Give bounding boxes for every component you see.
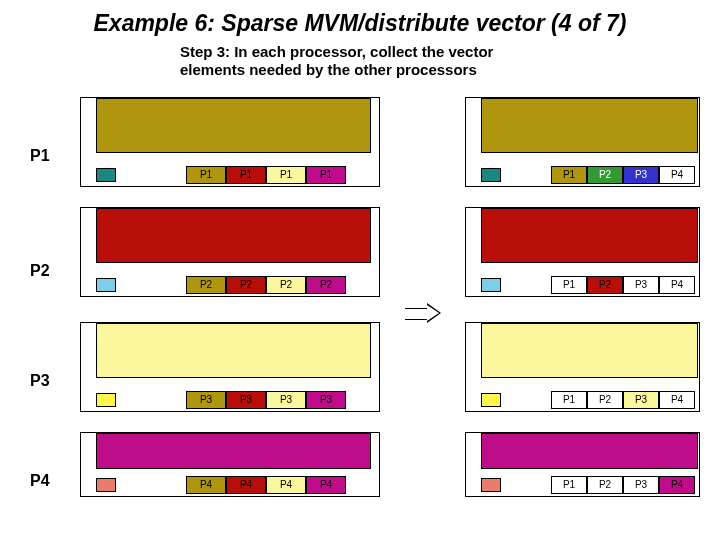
seg-r3-3: P3 xyxy=(623,391,659,409)
bar-p4-left xyxy=(96,433,371,469)
chip-p1 xyxy=(96,168,116,182)
seg-p4-2: P4 xyxy=(226,476,266,494)
chip-p3-r xyxy=(481,393,501,407)
bar-p2-right xyxy=(481,208,698,263)
chip-p1-r xyxy=(481,168,501,182)
seg-p2-3: P2 xyxy=(266,276,306,294)
seg-p4-4: P4 xyxy=(306,476,346,494)
seg-p2-4: P2 xyxy=(306,276,346,294)
bar-p3-right xyxy=(481,323,698,378)
chip-p4-r xyxy=(481,478,501,492)
right-box-p4: P1 P2 P3 P4 xyxy=(465,432,700,497)
seg-p3-1: P3 xyxy=(186,391,226,409)
right-box-p1: P1 P2 P3 P4 xyxy=(465,97,700,187)
seg-r1-2: P2 xyxy=(587,166,623,184)
right-box-p2: P1 P2 P3 P4 xyxy=(465,207,700,297)
chip-p3 xyxy=(96,393,116,407)
seg-r4-1: P1 xyxy=(551,476,587,494)
seg-r3-2: P2 xyxy=(587,391,623,409)
left-box-p1: P1 P1 P1 P1 xyxy=(80,97,380,187)
bar-p1-right xyxy=(481,98,698,153)
seg-p3-2: P3 xyxy=(226,391,266,409)
seg-r2-1: P1 xyxy=(551,276,587,294)
seg-p1-2: P1 xyxy=(226,166,266,184)
seg-r2-2: P2 xyxy=(587,276,623,294)
subtitle-line-2: elements needed by the other processors xyxy=(180,61,477,78)
seg-r3-1: P1 xyxy=(551,391,587,409)
chip-p4 xyxy=(96,478,116,492)
chip-p2-r xyxy=(481,278,501,292)
seg-p2-2: P2 xyxy=(226,276,266,294)
step-subtitle: Step 3: In each processor, collect the v… xyxy=(180,43,720,79)
bar-p4-right xyxy=(481,433,698,469)
seg-p3-4: P3 xyxy=(306,391,346,409)
left-box-p2: P2 P2 P2 P2 xyxy=(80,207,380,297)
seg-r2-3: P3 xyxy=(623,276,659,294)
seg-r4-4: P4 xyxy=(659,476,695,494)
row-label-p3: P3 xyxy=(30,372,50,390)
seg-p1-4: P1 xyxy=(306,166,346,184)
right-box-p3: P1 P2 P3 P4 xyxy=(465,322,700,412)
seg-r4-3: P3 xyxy=(623,476,659,494)
seg-p4-1: P4 xyxy=(186,476,226,494)
seg-p1-1: P1 xyxy=(186,166,226,184)
bar-p3-left xyxy=(96,323,371,378)
left-box-p3: P3 P3 P3 P3 xyxy=(80,322,380,412)
seg-p3-3: P3 xyxy=(266,391,306,409)
row-label-p4: P4 xyxy=(30,472,50,490)
seg-r1-4: P4 xyxy=(659,166,695,184)
seg-p1-3: P1 xyxy=(266,166,306,184)
bar-p2-left xyxy=(96,208,371,263)
row-label-p2: P2 xyxy=(30,262,50,280)
seg-p4-3: P4 xyxy=(266,476,306,494)
row-label-p1: P1 xyxy=(30,147,50,165)
seg-r4-2: P2 xyxy=(587,476,623,494)
seg-r3-4: P4 xyxy=(659,391,695,409)
seg-p2-1: P2 xyxy=(186,276,226,294)
bar-p1-left xyxy=(96,98,371,153)
seg-r1-1: P1 xyxy=(551,166,587,184)
slide-title: Example 6: Sparse MVM/distribute vector … xyxy=(0,10,720,37)
chip-p2 xyxy=(96,278,116,292)
seg-r2-4: P4 xyxy=(659,276,695,294)
seg-r1-3: P3 xyxy=(623,166,659,184)
subtitle-line-1: Step 3: In each processor, collect the v… xyxy=(180,43,493,60)
left-box-p4: P4 P4 P4 P4 xyxy=(80,432,380,497)
